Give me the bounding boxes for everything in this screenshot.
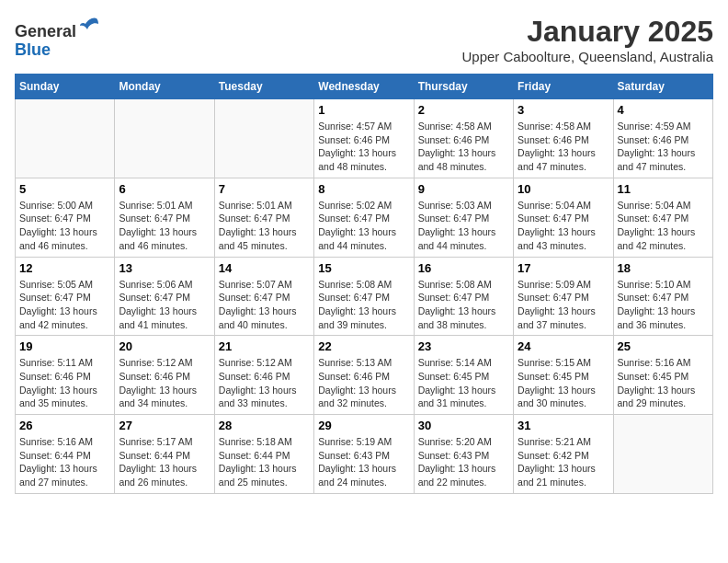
day-header-wednesday: Wednesday: [314, 75, 414, 99]
day-number: 4: [618, 103, 709, 117]
day-info: Sunrise: 5:06 AMSunset: 6:47 PMDaylight:…: [119, 278, 210, 332]
day-cell-14: 14Sunrise: 5:07 AMSunset: 6:47 PMDayligh…: [214, 257, 313, 336]
title-block: January 2025 Upper Caboolture, Queenslan…: [461, 15, 713, 64]
day-info: Sunrise: 5:20 AMSunset: 6:43 PMDaylight:…: [418, 435, 509, 489]
day-info: Sunrise: 5:21 AMSunset: 6:42 PMDaylight:…: [518, 435, 609, 489]
day-header-monday: Monday: [115, 75, 214, 99]
day-cell-10: 10Sunrise: 5:04 AMSunset: 6:47 PMDayligh…: [514, 178, 613, 257]
day-cell-21: 21Sunrise: 5:12 AMSunset: 6:46 PMDayligh…: [214, 336, 313, 415]
day-info: Sunrise: 5:16 AMSunset: 6:44 PMDaylight:…: [19, 435, 110, 489]
day-info: Sunrise: 5:08 AMSunset: 6:47 PMDaylight:…: [318, 278, 409, 332]
day-cell-5: 5Sunrise: 5:00 AMSunset: 6:47 PMDaylight…: [16, 178, 115, 257]
day-cell-18: 18Sunrise: 5:10 AMSunset: 6:47 PMDayligh…: [613, 257, 712, 336]
day-number: 9: [418, 182, 509, 196]
day-cell-25: 25Sunrise: 5:16 AMSunset: 6:45 PMDayligh…: [613, 336, 712, 415]
day-info: Sunrise: 5:07 AMSunset: 6:47 PMDaylight:…: [219, 278, 310, 332]
day-header-saturday: Saturday: [613, 75, 712, 99]
day-cell-31: 31Sunrise: 5:21 AMSunset: 6:42 PMDayligh…: [514, 415, 613, 494]
week-row-5: 26Sunrise: 5:16 AMSunset: 6:44 PMDayligh…: [16, 415, 713, 494]
day-number: 28: [219, 419, 310, 432]
day-info: Sunrise: 5:10 AMSunset: 6:47 PMDaylight:…: [618, 278, 709, 332]
day-info: Sunrise: 5:04 AMSunset: 6:47 PMDaylight:…: [518, 199, 609, 253]
empty-cell: [16, 99, 115, 178]
day-number: 8: [318, 182, 409, 196]
day-info: Sunrise: 5:12 AMSunset: 6:46 PMDaylight:…: [219, 356, 310, 410]
day-number: 2: [418, 103, 509, 117]
day-cell-24: 24Sunrise: 5:15 AMSunset: 6:45 PMDayligh…: [514, 336, 613, 415]
day-cell-20: 20Sunrise: 5:12 AMSunset: 6:46 PMDayligh…: [115, 336, 214, 415]
day-number: 25: [618, 339, 709, 353]
day-info: Sunrise: 5:13 AMSunset: 6:46 PMDaylight:…: [318, 356, 409, 410]
day-cell-23: 23Sunrise: 5:14 AMSunset: 6:45 PMDayligh…: [414, 336, 513, 415]
day-cell-30: 30Sunrise: 5:20 AMSunset: 6:43 PMDayligh…: [414, 415, 513, 494]
logo-bird-icon: [78, 15, 100, 37]
logo-general: General: [15, 22, 76, 40]
day-info: Sunrise: 4:59 AMSunset: 6:46 PMDaylight:…: [618, 120, 709, 174]
day-cell-2: 2Sunrise: 4:58 AMSunset: 6:46 PMDaylight…: [414, 99, 513, 178]
day-info: Sunrise: 5:16 AMSunset: 6:45 PMDaylight:…: [618, 356, 709, 410]
day-cell-28: 28Sunrise: 5:18 AMSunset: 6:44 PMDayligh…: [214, 415, 313, 494]
week-row-3: 12Sunrise: 5:05 AMSunset: 6:47 PMDayligh…: [16, 257, 713, 336]
page-header: General Blue January 2025 Upper Cabooltu…: [15, 15, 713, 64]
empty-cell: [214, 99, 313, 178]
day-number: 5: [19, 182, 110, 196]
day-info: Sunrise: 5:05 AMSunset: 6:47 PMDaylight:…: [19, 278, 110, 332]
day-info: Sunrise: 5:18 AMSunset: 6:44 PMDaylight:…: [219, 435, 310, 489]
day-info: Sunrise: 4:58 AMSunset: 6:46 PMDaylight:…: [518, 120, 609, 174]
day-number: 12: [19, 261, 110, 275]
day-header-thursday: Thursday: [414, 75, 513, 99]
day-number: 1: [318, 103, 409, 117]
week-row-2: 5Sunrise: 5:00 AMSunset: 6:47 PMDaylight…: [16, 178, 713, 257]
day-info: Sunrise: 5:14 AMSunset: 6:45 PMDaylight:…: [418, 356, 509, 410]
day-cell-6: 6Sunrise: 5:01 AMSunset: 6:47 PMDaylight…: [115, 178, 214, 257]
calendar-title: January 2025: [461, 15, 713, 49]
day-number: 24: [518, 339, 609, 353]
day-number: 23: [418, 339, 509, 353]
day-info: Sunrise: 5:11 AMSunset: 6:46 PMDaylight:…: [19, 356, 110, 410]
day-number: 7: [219, 182, 310, 196]
day-info: Sunrise: 5:09 AMSunset: 6:47 PMDaylight:…: [518, 278, 609, 332]
calendar-subtitle: Upper Caboolture, Queensland, Australia: [461, 49, 713, 64]
day-info: Sunrise: 4:57 AMSunset: 6:46 PMDaylight:…: [318, 120, 409, 174]
day-cell-7: 7Sunrise: 5:01 AMSunset: 6:47 PMDaylight…: [214, 178, 313, 257]
day-info: Sunrise: 5:03 AMSunset: 6:47 PMDaylight:…: [418, 199, 509, 253]
day-cell-13: 13Sunrise: 5:06 AMSunset: 6:47 PMDayligh…: [115, 257, 214, 336]
day-number: 30: [418, 419, 509, 432]
day-number: 6: [119, 182, 210, 196]
day-cell-3: 3Sunrise: 4:58 AMSunset: 6:46 PMDaylight…: [514, 99, 613, 178]
day-number: 26: [19, 419, 110, 432]
day-info: Sunrise: 5:00 AMSunset: 6:47 PMDaylight:…: [19, 199, 110, 253]
empty-cell: [115, 99, 214, 178]
day-cell-27: 27Sunrise: 5:17 AMSunset: 6:44 PMDayligh…: [115, 415, 214, 494]
day-info: Sunrise: 5:01 AMSunset: 6:47 PMDaylight:…: [219, 199, 310, 253]
day-number: 10: [518, 182, 609, 196]
day-header-friday: Friday: [514, 75, 613, 99]
day-number: 17: [518, 261, 609, 275]
day-cell-17: 17Sunrise: 5:09 AMSunset: 6:47 PMDayligh…: [514, 257, 613, 336]
day-number: 22: [318, 339, 409, 353]
day-cell-16: 16Sunrise: 5:08 AMSunset: 6:47 PMDayligh…: [414, 257, 513, 336]
day-cell-11: 11Sunrise: 5:04 AMSunset: 6:47 PMDayligh…: [613, 178, 712, 257]
day-number: 20: [119, 339, 210, 353]
day-cell-4: 4Sunrise: 4:59 AMSunset: 6:46 PMDaylight…: [613, 99, 712, 178]
day-cell-12: 12Sunrise: 5:05 AMSunset: 6:47 PMDayligh…: [16, 257, 115, 336]
day-cell-29: 29Sunrise: 5:19 AMSunset: 6:43 PMDayligh…: [314, 415, 414, 494]
day-cell-1: 1Sunrise: 4:57 AMSunset: 6:46 PMDaylight…: [314, 99, 414, 178]
day-number: 27: [119, 419, 210, 432]
day-cell-9: 9Sunrise: 5:03 AMSunset: 6:47 PMDaylight…: [414, 178, 513, 257]
day-info: Sunrise: 5:15 AMSunset: 6:45 PMDaylight:…: [518, 356, 609, 410]
day-info: Sunrise: 5:01 AMSunset: 6:47 PMDaylight:…: [119, 199, 210, 253]
day-info: Sunrise: 5:04 AMSunset: 6:47 PMDaylight:…: [618, 199, 709, 253]
day-number: 15: [318, 261, 409, 275]
day-number: 19: [19, 339, 110, 353]
days-header-row: SundayMondayTuesdayWednesdayThursdayFrid…: [16, 75, 713, 99]
day-info: Sunrise: 5:12 AMSunset: 6:46 PMDaylight:…: [119, 356, 210, 410]
day-number: 13: [119, 261, 210, 275]
day-cell-19: 19Sunrise: 5:11 AMSunset: 6:46 PMDayligh…: [16, 336, 115, 415]
day-info: Sunrise: 5:08 AMSunset: 6:47 PMDaylight:…: [418, 278, 509, 332]
logo-blue: Blue: [15, 40, 51, 59]
day-header-sunday: Sunday: [16, 75, 115, 99]
calendar-table: SundayMondayTuesdayWednesdayThursdayFrid…: [15, 74, 713, 494]
day-cell-22: 22Sunrise: 5:13 AMSunset: 6:46 PMDayligh…: [314, 336, 414, 415]
logo: General Blue: [15, 15, 100, 60]
